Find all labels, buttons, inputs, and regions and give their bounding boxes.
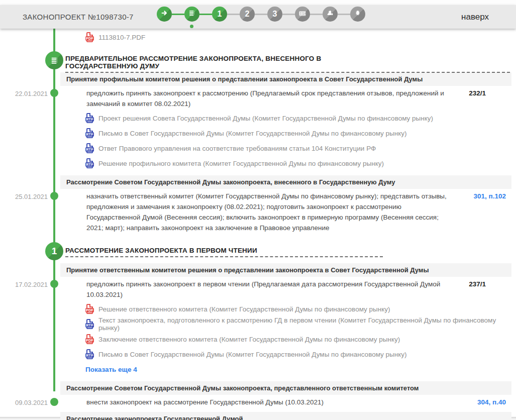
stepper-connector bbox=[310, 14, 323, 15]
stage-step-second-reading[interactable]: 2 bbox=[240, 7, 255, 22]
document-lines-icon bbox=[188, 9, 196, 19]
stepper-connector bbox=[255, 14, 267, 15]
pdf-file-icon: PDF bbox=[85, 32, 94, 42]
back-to-top-link[interactable]: наверх bbox=[461, 12, 489, 22]
file-name: Текст законопроекта, подготовленного к р… bbox=[98, 317, 516, 332]
rtf-file-icon: RTF bbox=[85, 158, 94, 168]
section-first-reading-head: 1 РАССМОТРЕНИЕ ЗАКОНОПРОЕКТА В ПЕРВОМ ЧТ… bbox=[0, 242, 516, 260]
show-more-files-link[interactable]: Показать еще 4 bbox=[85, 362, 516, 377]
entry-date: 17.02.2021 bbox=[0, 281, 48, 288]
rtf-file-icon: RTF bbox=[85, 319, 94, 329]
bill-card-page: ЗАКОНОПРОЕКТ №1098730-7 1 2 3 bbox=[0, 0, 516, 420]
file-name: Письмо в Совет Государственной Думы (Ком… bbox=[98, 351, 407, 358]
event-name-bar: Рассмотрение Советом Государственной Дум… bbox=[60, 381, 511, 395]
file-name: Решение профильного комитета (Комитет Го… bbox=[98, 160, 384, 167]
timeline-dot bbox=[50, 398, 58, 406]
event-block: Рассмотрение Советом Государственной Дум… bbox=[0, 175, 516, 235]
timeline-content: PDF 1113810-7.PDF ПРЕДВАРИТЕЛЬНОЕ РАССМО… bbox=[0, 29, 516, 417]
entry-document-number: 232/1 bbox=[469, 89, 486, 97]
file-link[interactable]: RTF Проект решения Совета Государственно… bbox=[85, 111, 516, 126]
rtf-file-icon: RTF bbox=[85, 143, 94, 153]
event-name-bar: Принятие ответственным комитетом решения… bbox=[60, 263, 511, 277]
event-entry: 22.01.2021 предложить принять законопрое… bbox=[0, 86, 516, 172]
page-top-gap bbox=[0, 0, 516, 5]
entry-files: RTF Проект решения Совета Государственно… bbox=[85, 111, 516, 171]
section-title: ПРЕДВАРИТЕЛЬНОЕ РАССМОТРЕНИЕ ЗАКОНОПРОЕК… bbox=[65, 55, 510, 73]
file-name: Письмо в Совет Государственной Думы (Ком… bbox=[98, 130, 407, 137]
stepper-connector bbox=[338, 14, 350, 15]
event-entry: 17.02.2021 предложить принять законопрое… bbox=[0, 277, 516, 378]
event-block: Рассмотрение Советом Государственной Дум… bbox=[0, 381, 516, 409]
stage-step-third-reading[interactable]: 3 bbox=[267, 7, 282, 22]
document-lines-icon bbox=[45, 51, 63, 69]
stepper-current-section-dot bbox=[190, 25, 193, 28]
stage-step-published[interactable] bbox=[350, 7, 365, 22]
entry-date: 25.01.2021 bbox=[0, 193, 48, 200]
building-facade-icon bbox=[298, 9, 306, 19]
event-block: Рассмотрение законопроекта Государственн… bbox=[0, 412, 516, 420]
page-header: ЗАКОНОПРОЕКТ №1098730-7 1 2 3 bbox=[0, 5, 516, 29]
file-name: 1113810-7.PDF bbox=[98, 34, 145, 41]
intro-stage-file-row: PDF 1113810-7.PDF bbox=[0, 29, 516, 44]
entry-protocol-link[interactable]: 301, п.102 bbox=[474, 192, 506, 200]
stage-step-introduction[interactable] bbox=[157, 7, 172, 22]
event-name-bar: Рассмотрение Советом Государственной Дум… bbox=[60, 175, 511, 189]
timeline-dot bbox=[50, 89, 58, 97]
section-preliminary-head: ПРЕДВАРИТЕЛЬНОЕ РАССМОТРЕНИЕ ЗАКОНОПРОЕК… bbox=[0, 51, 516, 69]
entry-files: PDF Решение ответственного комитета (Ком… bbox=[85, 301, 516, 362]
stage-step-preliminary[interactable] bbox=[184, 7, 199, 22]
page-title: ЗАКОНОПРОЕКТ №1098730-7 bbox=[23, 13, 134, 21]
file-name: Решение ответственного комитета (Комитет… bbox=[98, 305, 390, 313]
stage-stepper: 1 2 3 bbox=[157, 7, 365, 22]
rtf-file-icon: RTF bbox=[85, 349, 94, 359]
stepper-connector bbox=[282, 14, 295, 15]
rtf-file-icon: RTF bbox=[85, 113, 94, 123]
event-entry: 09.03.2021 внести законопроект на рассмо… bbox=[0, 395, 516, 409]
entry-decision-text: предложить принять законопроект к рассмо… bbox=[86, 88, 457, 109]
government-building-icon bbox=[326, 9, 334, 19]
stage-number-badge: 1 bbox=[45, 242, 63, 260]
entry-decision-text: внести законопроект на рассмотрение Госу… bbox=[86, 397, 457, 407]
file-link[interactable]: RTF Ответ Правового управления на соотве… bbox=[85, 141, 516, 156]
entry-decision-text: назначить ответственный комитет (Комитет… bbox=[86, 191, 457, 233]
stage-step-federation-council[interactable] bbox=[295, 7, 310, 22]
file-link[interactable]: RTF Письмо в Совет Государственной Думы … bbox=[85, 126, 516, 141]
file-name: Ответ Правового управления на соответств… bbox=[98, 145, 376, 152]
file-link[interactable]: RTF Письмо в Совет Государственной Думы … bbox=[85, 347, 516, 362]
file-link[interactable]: PDF Заключение ответственного комитета (… bbox=[85, 332, 516, 347]
stage-step-first-reading[interactable]: 1 bbox=[212, 7, 227, 22]
entry-document-number: 237/1 bbox=[469, 280, 486, 288]
arrow-right-icon bbox=[160, 9, 168, 19]
event-entry: 25.01.2021 назначить ответственный комит… bbox=[0, 189, 516, 235]
timeline-dot bbox=[50, 280, 58, 288]
entry-date: 22.01.2021 bbox=[0, 90, 48, 97]
section-title: РАССМОТРЕНИЕ ЗАКОНОПРОЕКТА В ПЕРВОМ ЧТЕН… bbox=[65, 247, 383, 257]
stage-step-president[interactable] bbox=[323, 7, 338, 22]
event-name-bar: Принятие профильным комитетом решения о … bbox=[60, 72, 511, 86]
rtf-file-icon: RTF bbox=[85, 128, 94, 138]
entry-decision-text: предложить принять законопроект в первом… bbox=[86, 279, 457, 300]
event-block: Принятие профильным комитетом решения о … bbox=[0, 72, 516, 172]
timeline-dot bbox=[50, 192, 58, 200]
stepper-connector bbox=[227, 14, 240, 15]
file-link[interactable]: RTF Решение профильного комитета (Комите… bbox=[85, 156, 516, 171]
event-name-bar: Рассмотрение законопроекта Государственн… bbox=[60, 412, 511, 420]
eagle-emblem-icon bbox=[354, 9, 362, 19]
file-name: Проект решения Совета Государственной Ду… bbox=[98, 115, 433, 122]
event-block: Принятие ответственным комитетом решения… bbox=[0, 263, 516, 378]
file-name: Заключение ответственного комитета (Коми… bbox=[98, 336, 400, 343]
stepper-connector bbox=[199, 14, 212, 15]
entry-protocol-link[interactable]: 304, п.40 bbox=[477, 398, 506, 406]
file-link[interactable]: PDF Решение ответственного комитета (Ком… bbox=[85, 301, 516, 317]
pdf-file-icon: PDF bbox=[85, 334, 94, 344]
entry-date: 09.03.2021 bbox=[0, 399, 48, 406]
file-link[interactable]: PDF 1113810-7.PDF bbox=[85, 32, 145, 42]
file-link[interactable]: RTF Текст законопроекта, подготовленного… bbox=[85, 317, 516, 332]
stepper-connector bbox=[172, 14, 184, 15]
pdf-file-icon: PDF bbox=[85, 304, 94, 314]
